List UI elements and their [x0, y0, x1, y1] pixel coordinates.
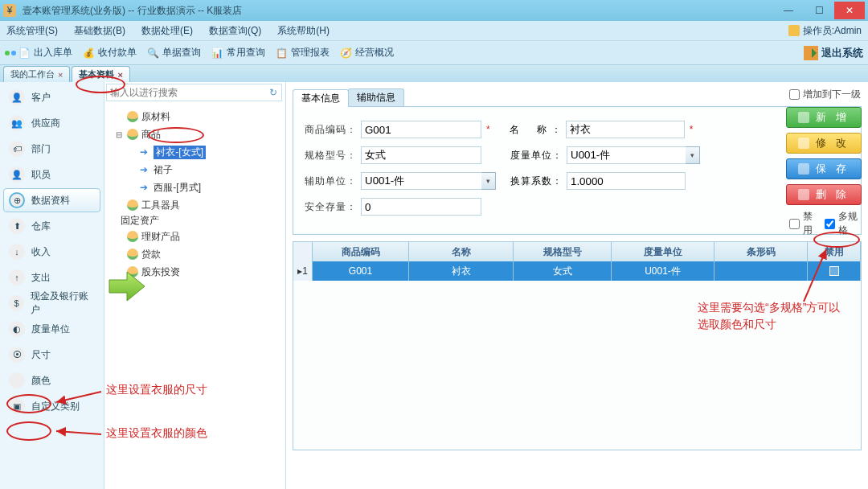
- tool-common-query[interactable]: 📊常用查询: [211, 46, 265, 60]
- tool-order-query[interactable]: 🔍单据查询: [146, 46, 201, 60]
- tree-node-skirt[interactable]: ➔ 裙子: [114, 161, 285, 179]
- label-rate: 换算系数：: [510, 175, 562, 188]
- required-mark: *: [486, 124, 490, 135]
- menu-basic-data[interactable]: 基础数据(B): [74, 24, 125, 38]
- expense-icon: ↑: [9, 269, 25, 286]
- checkbox-multispec[interactable]: 多规格: [821, 210, 862, 237]
- header-barcode[interactable]: 条形码: [714, 242, 808, 261]
- menu-data-process[interactable]: 数据处理(E): [141, 24, 193, 38]
- sidebar-item-data[interactable]: ⊕数据资料: [3, 188, 100, 212]
- cell-unit: U001-件: [612, 261, 714, 281]
- tree-node-suit-male[interactable]: ➔ 西服-[男式]: [114, 179, 285, 196]
- action-panel: 增加到下一级 新 增 修 改 保 存 删 除 禁用 多规格: [786, 87, 862, 237]
- tool-stock-order[interactable]: 📄出入库单: [5, 46, 72, 60]
- tree-node-tools[interactable]: 工具器具: [114, 196, 285, 214]
- maximize-button[interactable]: ☐: [804, 2, 834, 19]
- data-grid: 商品编码 名称 规格型号 度量单位 条形码 禁用 ▸1 G001 衬衣 女式 U…: [293, 241, 862, 450]
- delete-button[interactable]: 删 除: [786, 184, 862, 205]
- pencil-icon: [798, 138, 809, 149]
- sidebar-item-cash-bank[interactable]: $现金及银行账户: [3, 291, 100, 315]
- unit-dropdown-icon[interactable]: [686, 146, 700, 164]
- tree-node-raw[interactable]: 原材料: [114, 108, 285, 125]
- cell-barcode: [714, 261, 808, 281]
- sidebar-item-expense[interactable]: ↑支出: [3, 265, 100, 290]
- sidebar-item-warehouse[interactable]: ⬆仓库: [3, 214, 100, 238]
- sidebar-item-unit[interactable]: ◐度量单位: [3, 317, 100, 341]
- tab-basic-info[interactable]: 基本信息: [293, 89, 349, 107]
- input-name[interactable]: [566, 121, 685, 138]
- header-spec[interactable]: 规格型号: [514, 242, 612, 261]
- cell-disabled: [808, 261, 861, 281]
- page-tabs: 我的工作台× 基本资料×: [0, 64, 868, 82]
- header-code[interactable]: 商品编码: [313, 242, 409, 261]
- supplier-icon: 👥: [9, 115, 25, 131]
- money-icon: 💰: [82, 47, 95, 60]
- tab-aux-info[interactable]: 辅助信息: [348, 88, 404, 106]
- required-mark: *: [690, 124, 694, 135]
- sidebar-item-customer[interactable]: 👤客户: [3, 85, 100, 109]
- plus-icon: [798, 112, 809, 123]
- tree-search: ↻: [106, 84, 282, 101]
- aux-unit-dropdown-icon[interactable]: [481, 172, 496, 190]
- reload-icon[interactable]: ↻: [265, 87, 281, 98]
- sidebar-item-department[interactable]: 🏷部门: [3, 137, 100, 161]
- tree-node-goods[interactable]: ⊟商品: [114, 125, 285, 143]
- grid-header-row: 商品编码 名称 规格型号 度量单位 条形码 禁用: [293, 242, 861, 261]
- label-unit: 度量单位：: [510, 149, 562, 162]
- sidebar-item-size[interactable]: ⦿尺寸: [3, 343, 100, 367]
- sidebar-item-employee[interactable]: 👤职员: [3, 162, 100, 187]
- color-icon: [9, 372, 25, 388]
- checkbox-add-next-level[interactable]: 增加到下一级: [786, 87, 862, 102]
- tree-node-loan[interactable]: 贷款: [114, 245, 285, 263]
- add-button[interactable]: 新 增: [786, 107, 862, 128]
- input-unit[interactable]: [567, 146, 686, 164]
- exit-system[interactable]: 退出系统: [804, 46, 863, 60]
- input-rate[interactable]: [567, 172, 686, 190]
- arrow-icon: ➔: [140, 146, 151, 158]
- checkbox-disable[interactable]: 禁用: [786, 210, 818, 237]
- edit-button[interactable]: 修 改: [786, 133, 862, 154]
- menu-help[interactable]: 系统帮助(H): [277, 24, 330, 38]
- search-input[interactable]: [107, 87, 265, 98]
- sidebar-item-income[interactable]: ↓收入: [3, 240, 100, 264]
- tab-workbench[interactable]: 我的工作台×: [3, 66, 70, 82]
- input-spec[interactable]: [361, 146, 481, 164]
- customer-icon: 👤: [9, 89, 25, 105]
- tree-node-financial[interactable]: 理财产品: [114, 228, 285, 245]
- data-icon: ⊕: [9, 192, 25, 208]
- tree-node-fixed-assets[interactable]: 固定资产: [114, 214, 285, 228]
- tab-basic-data[interactable]: 基本资料×: [72, 66, 129, 82]
- input-code[interactable]: [361, 121, 481, 138]
- cell-spec: 女式: [514, 261, 612, 281]
- sidebar-item-custom-category[interactable]: ▣自定义类别: [3, 394, 100, 418]
- tool-report[interactable]: 📋管理报表: [275, 46, 330, 60]
- input-safe-stock[interactable]: [361, 198, 481, 216]
- category-icon: [127, 199, 138, 211]
- window-title: 壹本账管理系统(业务版) -- 行业数据演示 -- K服装店: [19, 4, 773, 18]
- label-code: 商品编码：: [305, 123, 356, 137]
- menu-data-query[interactable]: 数据查询(Q): [209, 24, 261, 38]
- minus-icon: [798, 189, 809, 200]
- cell-code: G001: [313, 261, 409, 281]
- sidebar-item-color[interactable]: 颜色: [3, 368, 100, 392]
- form-tabs: 基本信息 辅助信息: [293, 88, 862, 107]
- minimize-button[interactable]: —: [773, 2, 804, 19]
- tree-node-shirt-female[interactable]: ➔ 衬衣-[女式]: [114, 143, 285, 161]
- header-unit[interactable]: 度量单位: [612, 242, 714, 261]
- header-name[interactable]: 名称: [409, 242, 514, 261]
- header-disabled[interactable]: 禁用: [808, 242, 861, 261]
- tool-payment-order[interactable]: 💰收付款单: [82, 46, 137, 60]
- tool-overview[interactable]: 🧭经营概况: [339, 46, 394, 60]
- label-aux-unit: 辅助单位：: [305, 175, 356, 188]
- grid-row[interactable]: ▸1 G001 衬衣 女式 U001-件: [293, 261, 861, 281]
- operator-icon: [788, 25, 800, 36]
- menubar: 系统管理(S) 基础数据(B) 数据处理(E) 数据查询(Q) 系统帮助(H) …: [0, 21, 868, 40]
- close-icon[interactable]: ×: [58, 70, 63, 80]
- close-icon[interactable]: ×: [117, 70, 122, 80]
- save-button[interactable]: 保 存: [786, 158, 862, 179]
- menu-system[interactable]: 系统管理(S): [6, 24, 58, 38]
- input-aux-unit[interactable]: [361, 172, 481, 190]
- sidebar-item-supplier[interactable]: 👥供应商: [3, 111, 100, 135]
- chart-icon: 📊: [211, 47, 223, 60]
- close-button[interactable]: ✕: [834, 2, 865, 19]
